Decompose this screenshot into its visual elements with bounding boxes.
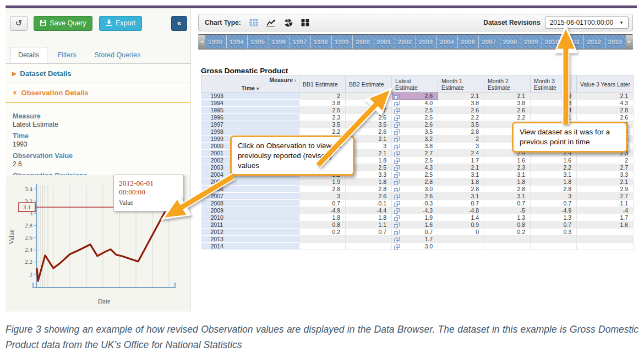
revisions-icon[interactable]: [394, 115, 400, 120]
observation-cell[interactable]: 0.7: [531, 221, 577, 229]
observation-cell[interactable]: 0: [438, 229, 484, 236]
observation-cell[interactable]: [577, 229, 634, 236]
column-header[interactable]: Value 3 Years Later: [577, 76, 634, 93]
observation-cell[interactable]: 2.3: [346, 93, 392, 100]
observation-cell[interactable]: 3.3: [577, 171, 634, 178]
observation-cell[interactable]: [346, 243, 392, 250]
timeline-year-2010[interactable]: 2010: [542, 35, 563, 48]
latest-estimate-cell[interactable]: 3.2: [392, 135, 438, 143]
timeline-track[interactable]: 1993199419951996199719981999200020012002…: [205, 35, 626, 48]
observation-cell[interactable]: 1.6: [577, 221, 634, 229]
observation-cell[interactable]: [577, 243, 634, 250]
observation-cell[interactable]: 3.9: [346, 100, 392, 107]
observation-cell[interactable]: 0.7: [299, 200, 346, 207]
observation-cell[interactable]: 3.5: [438, 121, 484, 128]
observation-cell[interactable]: 1.6: [531, 157, 577, 164]
column-header[interactable]: Latest Estimate: [392, 76, 438, 93]
observation-cell[interactable]: 3.8: [299, 100, 346, 107]
table-view-icon[interactable]: [249, 19, 258, 26]
observation-cell[interactable]: 2.7: [577, 193, 634, 200]
observation-cell[interactable]: -1.1: [577, 200, 634, 207]
observation-cell[interactable]: 1.7: [577, 214, 634, 221]
section-observation-details[interactable]: ▼ Observation Details: [6, 83, 190, 103]
latest-estimate-cell[interactable]: 2.5: [392, 114, 438, 121]
observation-cell[interactable]: 2.1: [438, 93, 484, 100]
time-cell[interactable]: 2006: [201, 186, 299, 193]
latest-estimate-cell[interactable]: 4.0: [392, 100, 438, 107]
latest-estimate-cell[interactable]: 2.7: [392, 150, 438, 157]
observation-cell[interactable]: 2.7: [577, 164, 634, 171]
latest-estimate-cell[interactable]: 2.5: [392, 107, 438, 114]
observation-cell[interactable]: 2.3: [484, 164, 531, 171]
time-cell[interactable]: 1994: [201, 100, 299, 107]
observation-cell[interactable]: 3: [299, 193, 346, 200]
time-cell[interactable]: 2013: [201, 236, 299, 243]
observation-cell[interactable]: 3.5: [346, 121, 392, 128]
observation-cell[interactable]: 0.2: [484, 229, 531, 236]
time-cell[interactable]: 2005: [201, 178, 299, 186]
latest-estimate-cell[interactable]: 2.6: [392, 93, 438, 100]
latest-estimate-cell[interactable]: 1.9: [392, 214, 438, 221]
observation-cell[interactable]: [346, 236, 392, 243]
observation-cell[interactable]: 3.5: [299, 121, 346, 128]
observation-cell[interactable]: 2.2: [299, 128, 346, 135]
observation-cell[interactable]: 3.8: [484, 100, 531, 107]
observation-cell[interactable]: 1.6: [484, 157, 531, 164]
observation-cell[interactable]: 3.8: [438, 100, 484, 107]
observation-cell[interactable]: 1.7: [438, 157, 484, 164]
tab-filters[interactable]: Filters: [50, 47, 84, 62]
timeline-year-1998[interactable]: 1998: [310, 35, 331, 48]
timeline-year-2011[interactable]: 2011: [563, 35, 583, 48]
year-range-slider[interactable]: ◄ 19931994199519961997199819992000200120…: [198, 34, 633, 50]
observation-cell[interactable]: [531, 236, 577, 243]
observation-cell[interactable]: 2.8: [531, 186, 577, 193]
latest-estimate-cell[interactable]: 4.3: [392, 164, 438, 171]
observation-cell[interactable]: 1.8: [346, 178, 392, 186]
observation-cell[interactable]: [438, 243, 484, 250]
column-header[interactable]: Month 3 Estimate: [531, 76, 577, 93]
pie-chart-icon[interactable]: [284, 19, 293, 27]
revisions-icon[interactable]: [394, 244, 400, 249]
observation-cell[interactable]: 2.4: [438, 150, 484, 157]
latest-estimate-cell[interactable]: 1.6: [392, 221, 438, 229]
observation-cell[interactable]: 2.6: [438, 107, 484, 114]
observation-cell[interactable]: 0.8: [299, 221, 346, 229]
timeline-year-2008[interactable]: 2008: [500, 35, 521, 48]
revisions-icon[interactable]: [394, 215, 400, 220]
observation-cell[interactable]: 2.4: [531, 107, 577, 114]
observation-cell[interactable]: -5: [484, 207, 531, 214]
revisions-icon[interactable]: [394, 144, 400, 149]
time-cell[interactable]: 2012: [201, 229, 299, 236]
observation-cell[interactable]: -4.8: [438, 207, 484, 214]
observation-cell[interactable]: [438, 236, 484, 243]
observation-cell[interactable]: [484, 243, 531, 250]
time-cell[interactable]: 2014: [201, 243, 299, 250]
observation-cell[interactable]: 1.8: [484, 178, 531, 186]
observation-cell[interactable]: 2.5: [299, 107, 346, 114]
observation-cell[interactable]: 2.8: [484, 186, 531, 193]
slider-right-arrow[interactable]: ►: [626, 35, 633, 48]
column-header[interactable]: Month 2 Estimate: [484, 76, 531, 93]
time-cell[interactable]: 2008: [201, 200, 299, 207]
observation-cell[interactable]: 1.8: [531, 178, 577, 186]
timeline-year-1997[interactable]: 1997: [290, 35, 310, 48]
time-cell[interactable]: 2010: [201, 214, 299, 221]
observation-cell[interactable]: 2.2: [484, 114, 531, 121]
timeline-year-2009[interactable]: 2009: [521, 35, 542, 48]
observation-cell[interactable]: 1.8: [438, 178, 484, 186]
observation-cell[interactable]: 2.6: [577, 114, 634, 121]
timeline-year-2002[interactable]: 2002: [395, 35, 416, 48]
observation-cell[interactable]: 0.7: [484, 200, 531, 207]
observation-cell[interactable]: 0.3: [531, 229, 577, 236]
observation-cell[interactable]: 1.4: [438, 214, 484, 221]
latest-estimate-cell[interactable]: 2.6: [392, 193, 438, 200]
observation-cell[interactable]: 2.1: [577, 178, 634, 186]
observation-cell[interactable]: 1.1: [346, 221, 392, 229]
observation-cell[interactable]: 1.8: [346, 214, 392, 221]
observation-cell[interactable]: 2: [299, 93, 346, 100]
observation-cell[interactable]: 0.7: [531, 200, 577, 207]
dataset-revisions-select[interactable]: 2015-06-01T00:00:00 ▼: [545, 17, 629, 29]
observation-cell[interactable]: 2.2: [531, 164, 577, 171]
tab-stored-queries[interactable]: Stored Queries: [86, 47, 148, 62]
section-dataset-details[interactable]: ▶ Dataset Details: [6, 64, 190, 83]
